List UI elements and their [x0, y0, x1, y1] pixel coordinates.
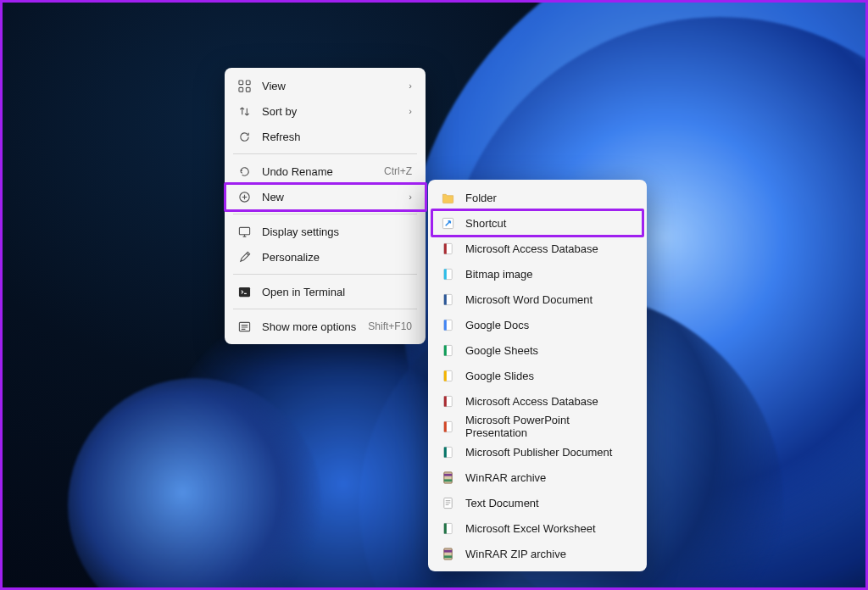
submenu-item[interactable]: Google Slides	[433, 363, 642, 388]
sort-icon	[238, 104, 257, 118]
file-type-icon	[442, 267, 460, 281]
submenu-item[interactable]: Folder	[433, 185, 642, 210]
menu-item-refresh[interactable]: Refresh	[230, 124, 420, 149]
menu-separator	[233, 153, 417, 154]
more-icon	[238, 320, 257, 333]
chevron-right-icon: ›	[409, 81, 412, 91]
file-type-icon	[442, 318, 460, 331]
menu-label: Display settings	[257, 225, 412, 238]
file-type-icon	[442, 369, 460, 382]
menu-separator	[233, 274, 417, 275]
menu-label: View	[257, 80, 409, 92]
svg-rect-28	[444, 473, 452, 476]
menu-label: Microsoft Publisher Document	[460, 446, 633, 459]
svg-rect-3	[246, 87, 250, 92]
submenu-item[interactable]: Microsoft Access Database	[433, 236, 642, 261]
file-type-icon	[442, 343, 460, 357]
menu-label: New	[257, 191, 409, 203]
svg-rect-35	[444, 555, 452, 558]
file-type-icon	[442, 191, 460, 204]
svg-rect-22	[444, 396, 447, 406]
chevron-right-icon: ›	[409, 192, 412, 202]
submenu-item[interactable]: Microsoft Word Document	[433, 287, 642, 312]
menu-label: Sort by	[257, 105, 409, 118]
submenu-item[interactable]: Text Document	[433, 490, 642, 515]
file-type-icon	[442, 216, 460, 230]
menu-label: Shortcut	[460, 217, 633, 230]
menu-item-personalize[interactable]: Personalize	[230, 244, 420, 270]
desktop-context-menu: View › Sort by › Refresh Undo Rename Ctr…	[225, 68, 426, 344]
svg-rect-0	[239, 80, 243, 84]
menu-item-undo-rename[interactable]: Undo Rename Ctrl+Z	[230, 159, 420, 184]
svg-rect-32	[444, 523, 447, 533]
submenu-item[interactable]: Microsoft Publisher Document	[433, 439, 642, 465]
menu-label: WinRAR archive	[460, 471, 633, 484]
file-type-icon	[442, 394, 460, 408]
file-type-icon	[442, 292, 460, 306]
undo-icon	[238, 164, 257, 178]
submenu-item[interactable]: WinRAR archive	[433, 465, 642, 490]
menu-item-open-terminal[interactable]: Open in Terminal	[230, 279, 420, 304]
file-type-icon	[442, 445, 460, 459]
submenu-item[interactable]: Microsoft Access Database	[433, 388, 642, 414]
menu-item-display-settings[interactable]: Display settings	[230, 219, 420, 244]
submenu-item[interactable]: Microsoft PowerPoint Presentation	[433, 414, 642, 439]
submenu-item[interactable]: Microsoft Excel Worksheet	[433, 515, 642, 541]
svg-rect-5	[239, 227, 249, 234]
menu-label: Microsoft Access Database	[460, 395, 633, 408]
terminal-icon	[238, 285, 257, 298]
svg-rect-34	[444, 549, 452, 552]
svg-rect-12	[444, 269, 447, 279]
display-icon	[238, 225, 257, 238]
menu-label: Show more options	[257, 320, 368, 333]
menu-item-view[interactable]: View ›	[230, 73, 420, 98]
svg-rect-24	[444, 421, 447, 431]
menu-item-show-more-options[interactable]: Show more options Shift+F10	[230, 314, 420, 339]
submenu-item[interactable]: Google Docs	[433, 312, 642, 337]
submenu-item[interactable]: Shortcut	[433, 210, 642, 236]
menu-label: Google Docs	[460, 319, 633, 331]
file-type-icon	[442, 547, 460, 560]
new-icon	[238, 190, 257, 203]
menu-item-sort-by[interactable]: Sort by ›	[230, 98, 420, 124]
menu-separator	[233, 214, 417, 214]
personalize-icon	[238, 250, 257, 264]
svg-rect-1	[246, 80, 250, 84]
file-type-icon	[442, 496, 460, 509]
svg-rect-14	[444, 294, 447, 304]
refresh-icon	[238, 130, 257, 143]
chevron-right-icon: ›	[409, 106, 412, 116]
svg-rect-10	[444, 243, 447, 253]
menu-label: Undo Rename	[257, 165, 384, 178]
menu-label: WinRAR ZIP archive	[460, 548, 633, 560]
menu-separator	[233, 309, 417, 309]
svg-rect-6	[239, 287, 250, 296]
menu-label: Google Sheets	[460, 344, 633, 357]
menu-label: Bitmap image	[460, 268, 633, 281]
submenu-item[interactable]: Bitmap image	[433, 261, 642, 287]
submenu-item[interactable]: Google Sheets	[433, 337, 642, 363]
menu-label: Personalize	[257, 251, 412, 264]
new-submenu: FolderShortcutMicrosoft Access DatabaseB…	[428, 180, 647, 571]
menu-label: Microsoft Word Document	[460, 293, 633, 306]
menu-label: Microsoft PowerPoint Presentation	[460, 414, 633, 439]
svg-rect-16	[444, 320, 447, 330]
menu-label: Text Document	[460, 497, 633, 509]
grid-icon	[238, 79, 257, 92]
menu-label: Microsoft Access Database	[460, 242, 633, 255]
menu-hint: Shift+F10	[368, 320, 412, 332]
menu-label: Open in Terminal	[257, 286, 412, 298]
submenu-item[interactable]: WinRAR ZIP archive	[433, 541, 642, 566]
svg-rect-2	[239, 87, 243, 92]
menu-label: Refresh	[257, 131, 412, 143]
menu-label: Folder	[460, 192, 633, 204]
menu-label: Microsoft Excel Worksheet	[460, 522, 633, 535]
svg-rect-20	[444, 370, 447, 381]
menu-item-new[interactable]: New ›	[230, 184, 420, 209]
file-type-icon	[442, 242, 460, 255]
svg-rect-18	[444, 345, 447, 355]
svg-rect-29	[444, 479, 452, 481]
file-type-icon	[442, 470, 460, 484]
svg-rect-26	[444, 447, 447, 457]
menu-hint: Ctrl+Z	[384, 165, 412, 177]
